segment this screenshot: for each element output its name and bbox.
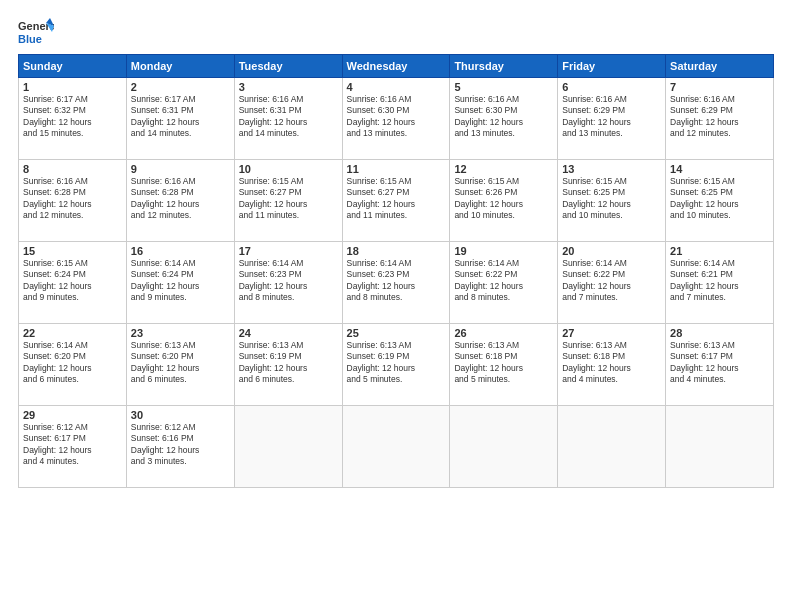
day-info: Sunrise: 6:14 AMSunset: 6:23 PMDaylight:… (347, 258, 446, 304)
day-18: 18Sunrise: 6:14 AMSunset: 6:23 PMDayligh… (342, 242, 450, 324)
day-number: 7 (670, 81, 769, 93)
day-10: 10Sunrise: 6:15 AMSunset: 6:27 PMDayligh… (234, 160, 342, 242)
day-info: Sunrise: 6:14 AMSunset: 6:23 PMDaylight:… (239, 258, 338, 304)
day-info: Sunrise: 6:16 AMSunset: 6:31 PMDaylight:… (239, 94, 338, 140)
week-row-1: 1Sunrise: 6:17 AMSunset: 6:32 PMDaylight… (19, 78, 774, 160)
day-23: 23Sunrise: 6:13 AMSunset: 6:20 PMDayligh… (126, 324, 234, 406)
day-empty (558, 406, 666, 488)
day-number: 3 (239, 81, 338, 93)
day-info: Sunrise: 6:15 AMSunset: 6:25 PMDaylight:… (670, 176, 769, 222)
day-17: 17Sunrise: 6:14 AMSunset: 6:23 PMDayligh… (234, 242, 342, 324)
day-info: Sunrise: 6:17 AMSunset: 6:32 PMDaylight:… (23, 94, 122, 140)
day-number: 8 (23, 163, 122, 175)
day-20: 20Sunrise: 6:14 AMSunset: 6:22 PMDayligh… (558, 242, 666, 324)
day-number: 23 (131, 327, 230, 339)
day-empty (234, 406, 342, 488)
day-5: 5Sunrise: 6:16 AMSunset: 6:30 PMDaylight… (450, 78, 558, 160)
page: General Blue Sunday Monday Tuesday Wedne… (0, 0, 792, 612)
day-28: 28Sunrise: 6:13 AMSunset: 6:17 PMDayligh… (666, 324, 774, 406)
day-number: 26 (454, 327, 553, 339)
day-12: 12Sunrise: 6:15 AMSunset: 6:26 PMDayligh… (450, 160, 558, 242)
day-info: Sunrise: 6:16 AMSunset: 6:30 PMDaylight:… (347, 94, 446, 140)
day-2: 2Sunrise: 6:17 AMSunset: 6:31 PMDaylight… (126, 78, 234, 160)
day-info: Sunrise: 6:13 AMSunset: 6:20 PMDaylight:… (131, 340, 230, 386)
day-empty (450, 406, 558, 488)
calendar: Sunday Monday Tuesday Wednesday Thursday… (18, 54, 774, 488)
day-1: 1Sunrise: 6:17 AMSunset: 6:32 PMDaylight… (19, 78, 127, 160)
day-26: 26Sunrise: 6:13 AMSunset: 6:18 PMDayligh… (450, 324, 558, 406)
day-info: Sunrise: 6:13 AMSunset: 6:17 PMDaylight:… (670, 340, 769, 386)
week-row-5: 29Sunrise: 6:12 AMSunset: 6:17 PMDayligh… (19, 406, 774, 488)
svg-text:Blue: Blue (18, 33, 42, 45)
day-27: 27Sunrise: 6:13 AMSunset: 6:18 PMDayligh… (558, 324, 666, 406)
day-info: Sunrise: 6:14 AMSunset: 6:22 PMDaylight:… (454, 258, 553, 304)
day-info: Sunrise: 6:15 AMSunset: 6:27 PMDaylight:… (239, 176, 338, 222)
days-header-row: Sunday Monday Tuesday Wednesday Thursday… (19, 55, 774, 78)
day-7: 7Sunrise: 6:16 AMSunset: 6:29 PMDaylight… (666, 78, 774, 160)
day-8: 8Sunrise: 6:16 AMSunset: 6:28 PMDaylight… (19, 160, 127, 242)
day-info: Sunrise: 6:14 AMSunset: 6:22 PMDaylight:… (562, 258, 661, 304)
day-number: 5 (454, 81, 553, 93)
day-13: 13Sunrise: 6:15 AMSunset: 6:25 PMDayligh… (558, 160, 666, 242)
day-number: 27 (562, 327, 661, 339)
day-30: 30Sunrise: 6:12 AMSunset: 6:16 PMDayligh… (126, 406, 234, 488)
day-number: 14 (670, 163, 769, 175)
day-number: 4 (347, 81, 446, 93)
day-21: 21Sunrise: 6:14 AMSunset: 6:21 PMDayligh… (666, 242, 774, 324)
day-number: 18 (347, 245, 446, 257)
header-saturday: Saturday (666, 55, 774, 78)
header-friday: Friday (558, 55, 666, 78)
day-info: Sunrise: 6:16 AMSunset: 6:29 PMDaylight:… (562, 94, 661, 140)
day-number: 29 (23, 409, 122, 421)
day-info: Sunrise: 6:14 AMSunset: 6:20 PMDaylight:… (23, 340, 122, 386)
day-info: Sunrise: 6:14 AMSunset: 6:24 PMDaylight:… (131, 258, 230, 304)
day-info: Sunrise: 6:12 AMSunset: 6:17 PMDaylight:… (23, 422, 122, 468)
day-number: 2 (131, 81, 230, 93)
day-info: Sunrise: 6:13 AMSunset: 6:18 PMDaylight:… (454, 340, 553, 386)
header-thursday: Thursday (450, 55, 558, 78)
day-9: 9Sunrise: 6:16 AMSunset: 6:28 PMDaylight… (126, 160, 234, 242)
day-number: 17 (239, 245, 338, 257)
day-number: 30 (131, 409, 230, 421)
day-empty (666, 406, 774, 488)
day-number: 22 (23, 327, 122, 339)
day-15: 15Sunrise: 6:15 AMSunset: 6:24 PMDayligh… (19, 242, 127, 324)
header-tuesday: Tuesday (234, 55, 342, 78)
day-empty (342, 406, 450, 488)
day-number: 1 (23, 81, 122, 93)
logo-bird-icon: General Blue (18, 18, 54, 46)
day-29: 29Sunrise: 6:12 AMSunset: 6:17 PMDayligh… (19, 406, 127, 488)
header-monday: Monday (126, 55, 234, 78)
day-info: Sunrise: 6:17 AMSunset: 6:31 PMDaylight:… (131, 94, 230, 140)
day-number: 10 (239, 163, 338, 175)
day-22: 22Sunrise: 6:14 AMSunset: 6:20 PMDayligh… (19, 324, 127, 406)
week-row-4: 22Sunrise: 6:14 AMSunset: 6:20 PMDayligh… (19, 324, 774, 406)
week-row-2: 8Sunrise: 6:16 AMSunset: 6:28 PMDaylight… (19, 160, 774, 242)
day-number: 9 (131, 163, 230, 175)
day-number: 13 (562, 163, 661, 175)
day-number: 15 (23, 245, 122, 257)
week-row-3: 15Sunrise: 6:15 AMSunset: 6:24 PMDayligh… (19, 242, 774, 324)
day-4: 4Sunrise: 6:16 AMSunset: 6:30 PMDaylight… (342, 78, 450, 160)
day-3: 3Sunrise: 6:16 AMSunset: 6:31 PMDaylight… (234, 78, 342, 160)
day-number: 12 (454, 163, 553, 175)
day-number: 21 (670, 245, 769, 257)
day-info: Sunrise: 6:15 AMSunset: 6:24 PMDaylight:… (23, 258, 122, 304)
header-wednesday: Wednesday (342, 55, 450, 78)
day-number: 20 (562, 245, 661, 257)
day-number: 11 (347, 163, 446, 175)
day-14: 14Sunrise: 6:15 AMSunset: 6:25 PMDayligh… (666, 160, 774, 242)
day-24: 24Sunrise: 6:13 AMSunset: 6:19 PMDayligh… (234, 324, 342, 406)
day-number: 6 (562, 81, 661, 93)
day-number: 16 (131, 245, 230, 257)
day-info: Sunrise: 6:15 AMSunset: 6:27 PMDaylight:… (347, 176, 446, 222)
day-info: Sunrise: 6:14 AMSunset: 6:21 PMDaylight:… (670, 258, 769, 304)
day-25: 25Sunrise: 6:13 AMSunset: 6:19 PMDayligh… (342, 324, 450, 406)
day-number: 25 (347, 327, 446, 339)
header: General Blue (18, 18, 774, 46)
day-info: Sunrise: 6:15 AMSunset: 6:25 PMDaylight:… (562, 176, 661, 222)
header-sunday: Sunday (19, 55, 127, 78)
day-info: Sunrise: 6:13 AMSunset: 6:18 PMDaylight:… (562, 340, 661, 386)
day-16: 16Sunrise: 6:14 AMSunset: 6:24 PMDayligh… (126, 242, 234, 324)
day-info: Sunrise: 6:16 AMSunset: 6:29 PMDaylight:… (670, 94, 769, 140)
